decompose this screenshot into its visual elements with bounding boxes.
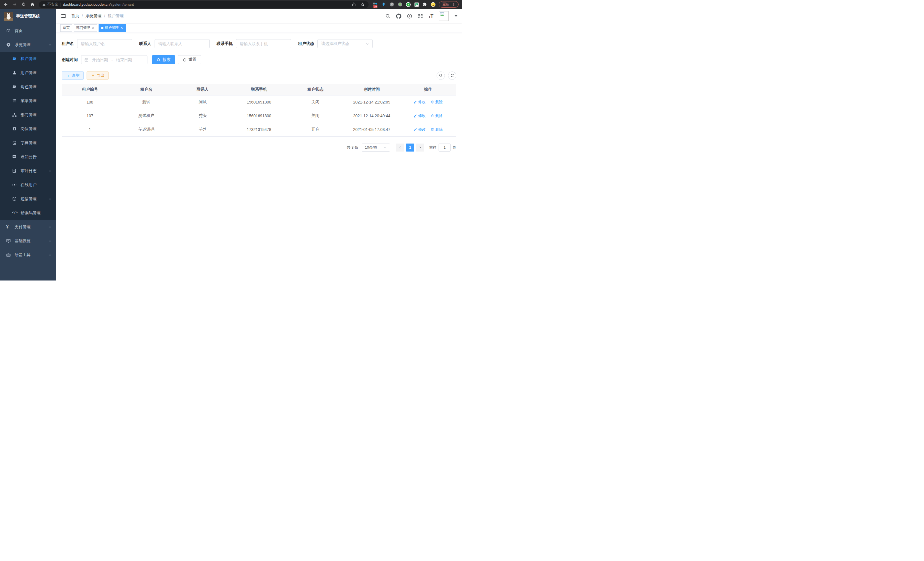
delete-link[interactable]: 删除 [430,99,442,105]
browser-back-icon[interactable] [3,2,8,7]
address-bar[interactable]: 不安全 dashboard.yudao.iocoder.cn/system/te… [39,1,369,8]
refresh-table-button[interactable] [448,71,456,80]
export-button[interactable]: 导出 [87,71,109,80]
tag-tenant[interactable]: 租户管理 ✕ [99,24,126,32]
status-select[interactable]: 请选择租户状态 [317,39,373,48]
sidebar-item-menu[interactable]: 菜单管理 [0,94,56,108]
date-start-input[interactable] [90,57,110,62]
app-logo-row[interactable]: 芋道管理系统 [0,9,56,24]
sidebar-item-post[interactable]: 岗位管理 [0,122,56,136]
close-icon[interactable]: ✕ [120,26,123,30]
y-extension-icon[interactable]: Y [406,2,411,7]
tag-dept[interactable]: 部门管理 ✕ [74,24,97,32]
breadcrumb-system[interactable]: 系统管理 [86,14,101,19]
contact-input[interactable] [154,39,210,48]
browser-home-icon[interactable] [30,2,35,7]
command-extension-icon[interactable]: ⌘ [389,2,394,7]
chevron-left-icon [399,146,402,149]
header-search-icon[interactable] [385,14,391,19]
cell-actions: 修改 删除 [400,109,456,123]
sidebar-item-home[interactable]: 首页 [0,24,56,38]
total-count: 共 3 条 [347,145,358,150]
font-size-icon[interactable]: TT [429,14,434,19]
top-navbar: 首页 / 系统管理 / 租户管理 ? TT [56,9,462,23]
edit-link[interactable]: 修改 [413,113,425,118]
export-button-label: 导出 [97,73,104,78]
date-range-picker[interactable]: - [81,55,147,64]
extension-tiles-icon[interactable]: 10 [373,2,378,7]
search-button[interactable]: 搜索 [152,55,175,64]
recorder-extension-icon[interactable] [398,2,403,7]
tenant-table: 租户编号 租户名 联系人 联系手机 租户状态 创建时间 操作 108 测试 测试 [62,84,456,137]
toggle-search-button[interactable] [436,71,445,80]
help-icon[interactable]: ? [407,14,412,19]
sidebar-item-label: 短信管理 [21,196,37,202]
next-page-button[interactable] [416,144,424,152]
infra-monitor-icon [6,238,11,243]
tenant-name-input[interactable] [77,39,132,48]
mobile-input[interactable] [236,39,291,48]
url-text: dashboard.yudao.iocoder.cn/system/tenant [63,2,134,7]
prev-page-button[interactable] [396,144,404,152]
browser-forward-icon[interactable] [12,2,17,7]
roles-icon [12,84,17,89]
delete-link[interactable]: 删除 [430,127,442,132]
reset-button[interactable]: 重置 [178,55,201,64]
edit-link[interactable]: 修改 [413,127,425,132]
sidebar-item-pay[interactable]: ¥ 支付管理 [0,220,56,234]
close-icon[interactable]: ✕ [92,26,94,30]
browser-menu-icon[interactable]: ⋮ [452,2,456,7]
date-end-input[interactable] [114,57,134,62]
delete-link[interactable]: 删除 [430,113,442,118]
sidebar-item-label: 通知公告 [21,154,37,159]
sidebar-item-user[interactable]: 用户管理 [0,66,56,80]
tag-home[interactable]: 首页 [60,24,72,32]
svg-text:⌘: ⌘ [390,3,393,6]
edit-link[interactable]: 修改 [413,99,425,105]
page-content: 租户名 联系人 联系手机 租户状态 请选择租户状态 [56,33,462,281]
sidebar-item-error-code[interactable]: </> 错误码管理 [0,206,56,220]
profile-avatar-icon[interactable] [430,2,436,7]
browser-reload-icon[interactable] [21,2,26,7]
sidebar-item-notice[interactable]: 通知公告 [0,150,56,164]
cell-actions: 修改 删除 [400,95,456,109]
active-dot [101,27,104,29]
share-icon[interactable] [351,2,356,7]
breadcrumb-separator: / [104,14,105,18]
sidebar-item-label: 基础设施 [15,238,31,244]
collapse-sidebar-icon[interactable] [61,13,66,19]
search-button-label: 搜索 [163,57,171,62]
page-size-select[interactable]: 10条/页 [362,144,390,152]
cell-created: 2021-12-14 21:02:09 [344,95,400,109]
sidebar-item-dev-tools[interactable]: 研发工具 [0,248,56,262]
kite-extension-icon[interactable] [381,2,386,7]
sidebar-item-tenant[interactable]: 租户管理 [0,52,56,66]
goto-page-input[interactable] [439,144,451,152]
breadcrumb-home[interactable]: 首页 [71,14,79,19]
sidebar-item-infra[interactable]: 基础设施 [0,234,56,248]
chevron-down-icon [383,145,387,150]
filter-row-1: 租户名 联系人 联系手机 租户状态 请选择租户状态 [62,39,456,48]
fullscreen-icon[interactable] [418,14,423,19]
browser-update-button[interactable]: 更新 ⋮ [439,1,459,8]
sidebar-item-sms[interactable]: 短信管理 [0,192,56,206]
sidebar-item-dept[interactable]: 部门管理 [0,108,56,122]
edit-label: 修改 [418,99,425,105]
puzzle-extensions-icon[interactable] [422,2,428,7]
chat-extension-icon[interactable] [414,2,419,7]
page-1-button[interactable]: 1 [406,144,414,152]
user-avatar[interactable] [439,11,448,21]
sidebar-item-online-user[interactable]: 在线用户 [0,178,56,192]
cell-created: 2021-01-05 17:03:47 [344,123,400,136]
avatar-dropdown-caret[interactable] [454,15,458,17]
sidebar-item-dict[interactable]: 字典管理 [0,136,56,150]
sidebar-item-role[interactable]: 角色管理 [0,80,56,94]
search-icon [439,74,443,77]
add-button-label: 新增 [72,73,80,78]
add-button[interactable]: ＋ 新增 [62,71,84,80]
sidebar-item-system[interactable]: 系统管理 [0,38,56,52]
sidebar-item-audit-log[interactable]: 审计日志 [0,164,56,178]
github-icon[interactable] [396,14,401,19]
bookmark-star-icon[interactable] [360,2,365,7]
calendar-icon [84,58,88,62]
